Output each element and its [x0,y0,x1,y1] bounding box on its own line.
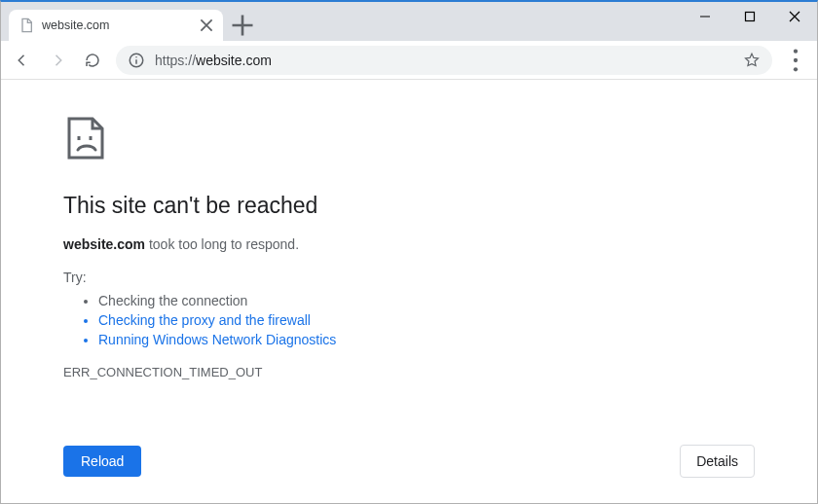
svg-rect-1 [746,13,755,21]
maximize-button[interactable] [727,2,772,31]
close-window-button[interactable] [772,2,817,31]
suggestion-link[interactable]: Running Windows Network Diagnostics [98,330,755,349]
address-bar[interactable]: https:// website.com [116,46,772,75]
error-page: This site can't be reached website.com t… [1,80,817,399]
url-scheme: https:// [155,53,196,68]
page-icon [19,18,34,33]
suggestion-item: Checking the connection [98,291,755,310]
error-msg-suffix: took too long to respond. [145,236,299,252]
error-code: ERR_CONNECTION_TIMED_OUT [63,365,755,379]
tabstrip: website.com [1,2,817,41]
button-row: Reload Details [63,445,755,478]
browser-menu-button[interactable] [780,45,811,76]
window-controls [683,2,817,33]
url-host: website.com [196,53,272,68]
suggestion-list: Checking the connection Checking the pro… [63,291,755,349]
svg-point-6 [794,57,798,61]
reload-icon-button[interactable] [77,45,108,76]
svg-point-5 [794,49,798,53]
tab-title: website.com [42,18,109,32]
try-label: Try: [63,270,755,285]
browser-tab[interactable]: website.com [9,10,223,41]
toolbar: https:// website.com [1,41,817,80]
reload-button[interactable]: Reload [63,446,141,477]
sad-page-icon [63,115,755,165]
details-button[interactable]: Details [680,445,755,478]
minimize-button[interactable] [683,2,727,31]
svg-point-7 [794,67,798,71]
svg-point-4 [135,55,137,57]
close-tab-icon[interactable] [198,17,215,34]
error-message: website.com took too long to respond. [63,236,755,252]
forward-button[interactable] [42,45,73,76]
bookmark-star-icon[interactable] [743,52,761,69]
back-button[interactable] [7,45,38,76]
error-title: This site can't be reached [63,193,755,219]
new-tab-button[interactable] [229,12,256,39]
site-info-icon[interactable] [128,52,145,69]
error-host: website.com [63,236,145,252]
suggestion-link[interactable]: Checking the proxy and the firewall [98,310,755,330]
